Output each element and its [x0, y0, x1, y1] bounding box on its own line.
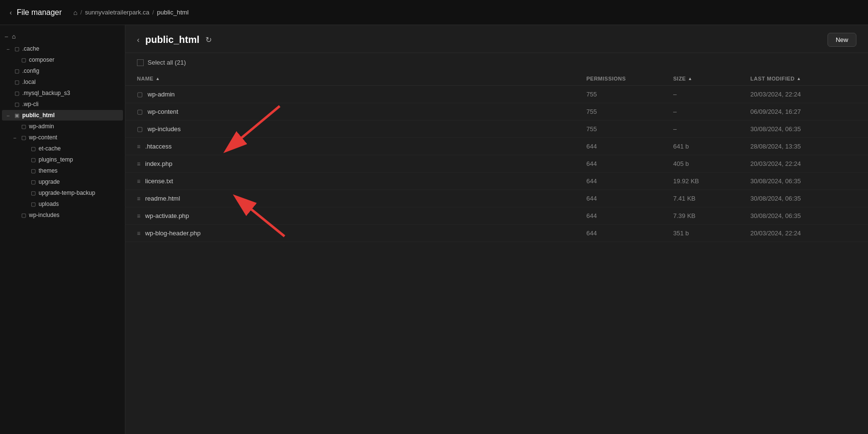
sidebar-item-local[interactable]: ▢.local — [2, 77, 123, 87]
content-panel: ‹ public_html ↻ New Select all (21) NAME… — [125, 25, 868, 434]
table-row[interactable]: ≡wp-activate.php6447.39 KB30/08/2024, 06… — [125, 207, 868, 225]
content-folder-title: public_html — [145, 34, 199, 45]
sidebar-item-upgrade[interactable]: ▢upgrade — [2, 176, 123, 187]
home-icon-sidebar: ⌂ — [12, 33, 16, 40]
table-row[interactable]: ≡.htaccess644641 b28/08/2024, 13:35 — [125, 138, 868, 155]
sidebar-label-wp_cli: .wp-cli — [22, 101, 39, 108]
sidebar-item-uploads[interactable]: ▢uploads — [2, 199, 123, 209]
main-layout: – ⌂ –▢.cache▢composer▢.config▢.local▢.my… — [0, 25, 868, 434]
sidebar-item-wp_cli[interactable]: ▢.wp-cli — [2, 99, 123, 109]
file-icon: ≡ — [137, 195, 140, 202]
file-name: wp-blog-header.php — [145, 230, 201, 237]
select-all-checkbox[interactable] — [137, 59, 144, 66]
file-modified-date: 30/08/2024, 06:35 — [750, 125, 856, 133]
breadcrumb-domain[interactable]: sunnyvaletrailerpark.ca — [85, 9, 149, 16]
sidebar-item-plugins_temp[interactable]: ▢plugins_temp — [2, 154, 123, 165]
size-sort-icon: ▲ — [688, 76, 692, 81]
file-size: 405 b — [673, 160, 750, 167]
file-name: index.php — [145, 160, 172, 167]
folder-icon-upgrade_temp_backup: ▢ — [31, 190, 36, 196]
sidebar-item-wp_includes[interactable]: ▢wp-includes — [2, 210, 123, 220]
sidebar-label-wp_admin: wp-admin — [29, 123, 54, 130]
sidebar-item-cache[interactable]: –▢.cache — [2, 43, 123, 54]
sidebar-label-uploads: uploads — [39, 201, 59, 207]
file-name: wp-activate.php — [145, 212, 189, 219]
file-name: license.txt — [145, 177, 173, 185]
file-size: 641 b — [673, 143, 750, 150]
content-back-button[interactable]: ‹ — [137, 36, 139, 44]
folder-icon-plugins_temp: ▢ — [31, 157, 36, 163]
file-permissions: 644 — [586, 143, 673, 150]
col-last-modified[interactable]: LAST MODIFIED ▲ — [750, 76, 856, 81]
file-modified-date: 20/03/2024, 22:24 — [750, 230, 856, 237]
folder-icon-config: ▢ — [14, 68, 19, 74]
home-icon[interactable]: ⌂ — [73, 9, 77, 16]
folder-icon-uploads: ▢ — [31, 201, 36, 207]
file-modified-date: 30/08/2024, 06:35 — [750, 195, 856, 202]
sidebar-label-config: .config — [22, 68, 39, 74]
folder-icon-mysql_backup_s3: ▢ — [14, 90, 19, 96]
file-icon: ≡ — [137, 178, 140, 185]
sidebar-item-themes[interactable]: ▢themes — [2, 165, 123, 176]
table-row[interactable]: ≡index.php644405 b20/03/2024, 22:24 — [125, 155, 868, 173]
file-permissions: 644 — [586, 212, 673, 219]
file-icon: ≡ — [137, 143, 140, 150]
table-row[interactable]: ▢wp-content755–06/09/2024, 16:27 — [125, 103, 868, 121]
table-row[interactable]: ▢wp-admin755–20/03/2024, 22:24 — [125, 86, 868, 103]
sidebar-label-local: .local — [22, 79, 36, 85]
folder-icon-wp_content: ▢ — [21, 135, 26, 141]
sidebar-item-wp_content[interactable]: –▢wp-content — [2, 132, 123, 143]
file-permissions: 755 — [586, 125, 673, 133]
file-permissions: 755 — [586, 108, 673, 115]
file-permissions: 644 — [586, 230, 673, 237]
file-icon: ≡ — [137, 230, 140, 237]
app-title: File manager — [17, 8, 62, 17]
file-icon: ≡ — [137, 161, 140, 167]
name-sort-icon: ▲ — [155, 76, 160, 81]
folder-icon-wp_admin: ▢ — [21, 123, 26, 130]
sidebar-label-composer: composer — [29, 56, 54, 63]
table-header: NAME ▲ PERMISSIONS SIZE ▲ LAST MODIFIED … — [125, 72, 868, 86]
sidebar-item-public_html[interactable]: –▣public_html — [2, 110, 123, 121]
refresh-button[interactable]: ↻ — [205, 35, 212, 44]
sidebar-item-config[interactable]: ▢.config — [2, 66, 123, 76]
sidebar-item-mysql_backup_s3[interactable]: ▢.mysql_backup_s3 — [2, 88, 123, 98]
sidebar-label-wp_includes: wp-includes — [29, 212, 59, 218]
folder-icon-wp_includes: ▢ — [21, 212, 26, 218]
topbar-back-button[interactable]: ‹ — [10, 9, 12, 16]
col-size[interactable]: SIZE ▲ — [673, 76, 750, 81]
folder-icon-upgrade: ▢ — [31, 179, 36, 185]
folder-icon-wp_cli: ▢ — [14, 101, 19, 108]
file-modified-date: 20/03/2024, 22:24 — [750, 160, 856, 167]
file-size: – — [673, 108, 750, 115]
file-table: NAME ▲ PERMISSIONS SIZE ▲ LAST MODIFIED … — [125, 72, 868, 434]
table-row[interactable]: ≡wp-blog-header.php644351 b20/03/2024, 2… — [125, 225, 868, 242]
sidebar-item-et_cache[interactable]: ▢et-cache — [2, 143, 123, 154]
table-row[interactable]: ≡license.txt64419.92 KB30/08/2024, 06:35 — [125, 173, 868, 190]
table-row[interactable]: ≡readme.html6447.41 KB30/08/2024, 06:35 — [125, 190, 868, 207]
col-permissions[interactable]: PERMISSIONS — [586, 76, 673, 81]
breadcrumb-current: public_html — [157, 9, 189, 16]
new-button[interactable]: New — [827, 33, 856, 47]
folder-icon-themes: ▢ — [31, 168, 36, 174]
table-row[interactable]: ▢wp-includes755–30/08/2024, 06:35 — [125, 121, 868, 138]
folder-icon-et_cache: ▢ — [31, 146, 36, 152]
sidebar: – ⌂ –▢.cache▢composer▢.config▢.local▢.my… — [0, 25, 125, 434]
sidebar-item-composer[interactable]: ▢composer — [2, 54, 123, 65]
sidebar-item-upgrade_temp_backup[interactable]: ▢upgrade-temp-backup — [2, 188, 123, 198]
folder-icon-cache: ▢ — [14, 46, 19, 52]
sidebar-label-mysql_backup_s3: .mysql_backup_s3 — [22, 90, 70, 96]
col-name[interactable]: NAME ▲ — [137, 76, 586, 81]
folder-icon-composer: ▢ — [21, 57, 26, 63]
select-all-row: Select all (21) — [125, 53, 868, 72]
folder-icon: ▢ — [137, 91, 143, 98]
file-modified-date: 28/08/2024, 13:35 — [750, 143, 856, 150]
sidebar-label-et_cache: et-cache — [39, 145, 61, 152]
sidebar-item-wp_admin[interactable]: ▢wp-admin — [2, 121, 123, 132]
file-size: 7.41 KB — [673, 195, 750, 202]
file-size: 19.92 KB — [673, 177, 750, 185]
breadcrumb-separator-2: / — [152, 9, 154, 16]
breadcrumb: ⌂ / sunnyvaletrailerpark.ca / public_htm… — [73, 9, 189, 16]
sidebar-home-row[interactable]: – ⌂ — [0, 30, 125, 43]
file-name: wp-admin — [148, 91, 175, 98]
